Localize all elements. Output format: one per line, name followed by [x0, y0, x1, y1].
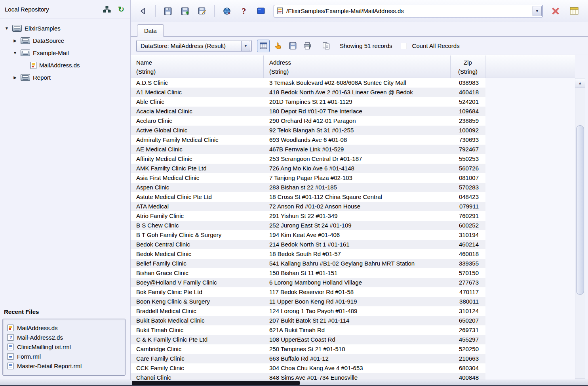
- table-row[interactable]: Boey@Holland V Family Clinic 6 Lorong Ma…: [131, 278, 485, 287]
- cell-name: A.D.S Clinic: [131, 78, 264, 88]
- cell-name: Boey@Holland V Family Clinic: [131, 278, 264, 287]
- cell-address: 253 Serangoon Central Dr #01-187: [264, 154, 451, 164]
- cell-zip: 520250: [451, 344, 485, 354]
- cell-zip: 310194: [451, 230, 485, 240]
- close-icon[interactable]: [549, 4, 562, 18]
- table-row[interactable]: Able Clinic 201D Tampines St 21 #01-1129…: [131, 97, 485, 107]
- cell-zip: 100092: [451, 126, 485, 135]
- recent-files-panel: Recent Files MailAddress.ds Mail-Address…: [2, 308, 126, 376]
- table-row[interactable]: Bishan Grace Clinic 150 Bishan St 11 #01…: [131, 268, 485, 278]
- recent-file-item[interactable]: Form.rml: [8, 352, 121, 361]
- web-icon[interactable]: [220, 4, 234, 18]
- table-body: A.D.S Clinic 3 Temask Boulevard #02-608/…: [131, 78, 575, 380]
- table-row[interactable]: Belief Family Clinic 541 Kallang Bahru #…: [131, 259, 485, 268]
- cell-address: 18 Cross St #01-112 China Sqaure Central: [264, 192, 451, 202]
- tree-arrow-icon[interactable]: [4, 26, 10, 31]
- table-row[interactable]: Aspen Clinic 283 Bishan st 22 #01-185 57…: [131, 183, 485, 192]
- save-edit-icon[interactable]: [195, 4, 209, 18]
- hierarchy-icon[interactable]: [103, 5, 111, 14]
- scroll-up-icon[interactable]: [575, 78, 585, 88]
- cell-zip: 730693: [451, 135, 485, 145]
- column-type: (String): [451, 67, 485, 76]
- tree-item[interactable]: DataSource: [0, 34, 130, 47]
- cell-name: Care Family Clinic: [131, 354, 264, 363]
- cell-name: Admiralty Family Medical Clinic: [131, 135, 264, 145]
- table-row[interactable]: Active Global Clinic 92 Telok Blangah St…: [131, 126, 485, 135]
- count-all-checkbox[interactable]: [401, 43, 407, 49]
- recent-file-item[interactable]: ClinicMaillingList.rml: [8, 342, 121, 352]
- tab-data[interactable]: Data: [137, 24, 164, 37]
- tree-item[interactable]: Example-Mail: [0, 47, 130, 59]
- table-row[interactable]: Bok Family Clinic Pte Ltd 117 Bedok Rese…: [131, 287, 485, 297]
- save-icon[interactable]: [161, 4, 175, 18]
- recent-file-item[interactable]: Master-Detail Report.rml: [8, 361, 121, 371]
- path-input[interactable]: /ElixirSamples/Example-Mail/MailAddress.…: [286, 8, 529, 14]
- help-icon[interactable]: ?: [237, 4, 251, 18]
- table-row[interactable]: CCK Family Clinic 304 Choa Chu Kang Ave …: [131, 363, 485, 373]
- table-row[interactable]: Cambridge Clinic 250 Tampines St 21 #01-…: [131, 344, 485, 354]
- columns-icon[interactable]: [567, 4, 581, 18]
- cell-address: 291 Yishun St 22 #01-349: [264, 211, 451, 221]
- column-header-name[interactable]: Name (String): [131, 55, 264, 78]
- table-row[interactable]: ATA Medical 72 Anson Rd #01-02 Anson Hou…: [131, 202, 485, 211]
- console-icon[interactable]: [254, 4, 268, 18]
- table-row[interactable]: Astute Medical Clinic Pte Ltd 18 Cross S…: [131, 192, 485, 202]
- back-icon[interactable]: [136, 4, 150, 18]
- path-combobox[interactable]: /ElixirSamples/Example-Mail/MailAddress.…: [274, 5, 543, 17]
- tree-arrow-icon[interactable]: [12, 38, 18, 43]
- table-row[interactable]: Care Family Clinic 663 Buffalo Rd #01-12…: [131, 354, 485, 363]
- table-row[interactable]: Boon Keng Clinic & Surgery 11 Upper Boon…: [131, 297, 485, 306]
- cell-zip: 109684: [451, 107, 485, 116]
- cell-zip: 277673: [451, 278, 485, 287]
- table-row[interactable]: Bukit Batok Medical Clinic 207 Bukit Bat…: [131, 316, 485, 325]
- recent-file-item[interactable]: MailAddress.ds: [8, 323, 121, 332]
- table-row[interactable]: Braddell Medical Clinic 124 Lorong 1 Tao…: [131, 306, 485, 316]
- tree-arrow-icon[interactable]: [12, 51, 18, 55]
- save-icon[interactable]: [286, 40, 299, 52]
- tree-item[interactable]: ElixirSamples: [0, 22, 130, 34]
- vertical-scrollbar[interactable]: [575, 78, 585, 379]
- table-row[interactable]: Bukit Timah Clinic 621A Bukit Timah Rd 2…: [131, 325, 485, 335]
- recent-file-item[interactable]: Mail-Address2.ds: [8, 332, 121, 342]
- table-row[interactable]: B S Chew Clinic 252 Jurong East St 24 #0…: [131, 221, 485, 230]
- cell-zip: 455297: [451, 335, 485, 344]
- table-row[interactable]: Bedok Central Clinic 214 Bedok North St …: [131, 240, 485, 249]
- refresh-icon[interactable]: ↻: [117, 5, 126, 14]
- tree-item[interactable]: MailAddress.ds: [0, 59, 130, 71]
- table-row[interactable]: Acclaro Clinic 290 Orchard Rd #12-01 Par…: [131, 116, 485, 126]
- table-row[interactable]: Affinity Medical Clinic 253 Serangoon Ce…: [131, 154, 485, 164]
- column-header-zip[interactable]: Zip (String): [451, 55, 485, 78]
- table-row[interactable]: B T Goh Family Clinic & Surgery 194 Kim …: [131, 230, 485, 240]
- table-row[interactable]: Asia First Medical Clinic 7 Tanjong Paga…: [131, 173, 485, 183]
- tree-arrow-icon[interactable]: [12, 75, 18, 80]
- table-row[interactable]: AMK Familty Clinic Pte Ltd 726 Ang Mo Ki…: [131, 164, 485, 173]
- table-row[interactable]: Acacia Medical Clinic 180 Depot Rd #01-0…: [131, 107, 485, 116]
- table-row[interactable]: Atrio Family Clinic 291 Yishun St 22 #01…: [131, 211, 485, 221]
- print-icon[interactable]: [301, 40, 314, 52]
- table-row[interactable]: AE Medical Clinic 467B Fernvale Link #01…: [131, 145, 485, 154]
- dropdown-icon[interactable]: [241, 41, 250, 51]
- cell-address: 467B Fernvale Link #01-529: [264, 145, 451, 154]
- cell-address: 207 Bukit Batok St 21 #01-114: [264, 316, 451, 325]
- tree-node-icon: [12, 25, 22, 32]
- horizontal-scrollbar[interactable]: [0, 380, 588, 386]
- copy-icon[interactable]: [320, 40, 332, 52]
- scrollbar-thumb[interactable]: [576, 125, 584, 295]
- cell-address: 214 Bedok North St 1 #01-161: [264, 240, 451, 249]
- table-row[interactable]: Bedok Medical Clinic 18 Bedok South Rd #…: [131, 249, 485, 259]
- hand-icon[interactable]: [272, 40, 284, 52]
- cell-zip: 460418: [451, 88, 485, 97]
- table-row[interactable]: C & K Family Clinic Pte Ltd 108 UpperEas…: [131, 335, 485, 344]
- grid-view-icon[interactable]: [257, 40, 270, 52]
- save-add-icon[interactable]: [178, 4, 192, 18]
- table-row[interactable]: A1 Medical Clinic 418 Bedok North Ave 2 …: [131, 88, 485, 97]
- table-row[interactable]: Admiralty Family Medical Clinic 693 Wood…: [131, 135, 485, 145]
- datastore-combobox[interactable]: DataStore: MailAddress (Result): [136, 40, 252, 52]
- dropdown-icon[interactable]: [533, 6, 542, 16]
- table-row[interactable]: A.D.S Clinic 3 Temask Boulevard #02-608/…: [131, 78, 485, 88]
- cell-name: B T Goh Family Clinic & Surgery: [131, 230, 264, 240]
- tree-item[interactable]: Report: [0, 71, 130, 84]
- cell-zip: 269731: [451, 325, 485, 335]
- column-header-address[interactable]: Address (String): [264, 55, 451, 78]
- table-row[interactable]: Changi Clinic 848 Sims Ave #01-734 Eunos…: [131, 373, 485, 380]
